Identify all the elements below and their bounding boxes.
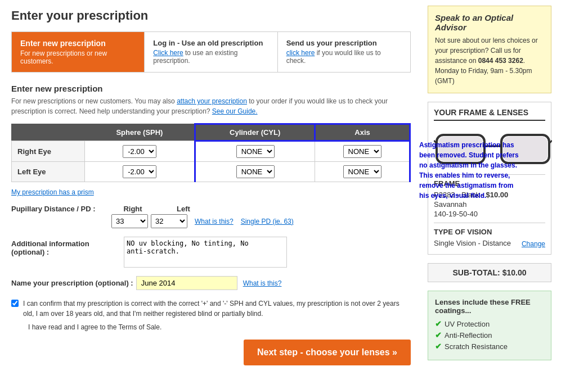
- advisor-box: Speak to an Optical Advisor Not sure abo…: [428, 6, 551, 93]
- left-eye-sph: -2.00 -1.75 -1.50 -2.25: [85, 162, 195, 182]
- option-login-desc: Click here to use an existing prescripti…: [153, 49, 268, 65]
- click-here-login[interactable]: Click here: [153, 49, 183, 57]
- left-eye-label: Left Eye: [12, 162, 85, 182]
- pd-label: Pupillary Distance / PD :: [11, 205, 107, 213]
- coating-scratch: ✔ Scratch Resistance: [435, 342, 544, 351]
- vision-value: Single Vision - Distance: [434, 239, 511, 247]
- coating-uv-label: UV Protection: [445, 320, 490, 328]
- col-header-axis: Axis: [315, 124, 410, 141]
- coating-scratch-label: Scratch Resistance: [445, 342, 508, 351]
- option-new-prescription[interactable]: Enter new prescription For new prescript…: [12, 32, 145, 72]
- advisor-text: Not sure about our lens choices or your …: [435, 35, 544, 86]
- pd-left-select[interactable]: 32 30 31 33 34: [151, 214, 187, 228]
- pd-single-link[interactable]: Single PD (ie. 63): [241, 218, 294, 225]
- right-eye-axis-select[interactable]: NONE 10 20: [343, 145, 381, 158]
- option-login-title: Log in - Use an old prescription: [153, 39, 268, 47]
- change-link[interactable]: Change: [522, 240, 545, 248]
- free-coatings-title: Lenses include these FREE coatings...: [435, 298, 544, 315]
- coating-ar-label: Anti-Reflection: [445, 331, 492, 340]
- terms-text: I have read and I agree to the Terms of …: [28, 323, 411, 331]
- option-login[interactable]: Log in - Use an old prescription Click h…: [145, 32, 277, 72]
- left-eye-cyl: NONE -0.25 -0.50: [195, 162, 315, 182]
- pd-right-label: Right: [116, 205, 150, 213]
- option-new-title: Enter new prescription: [20, 39, 136, 48]
- option-send[interactable]: Send us your prescription click here if …: [278, 32, 410, 72]
- left-eye-axis: NONE 10 20: [315, 162, 410, 182]
- name-rx-what-is-this[interactable]: What is this?: [243, 279, 282, 287]
- next-btn-wrapper: Next step - choose your lenses »: [11, 340, 411, 365]
- astigmatism-note: Astigmatism prescription has been remove…: [419, 140, 520, 201]
- right-eye-sph-select[interactable]: -2.00 -1.75 -1.50 -2.25: [123, 145, 156, 158]
- attach-prescription-link[interactable]: attach your prescription: [177, 97, 247, 105]
- right-eye-cyl-select[interactable]: NONE -0.25 -0.50: [236, 145, 275, 158]
- pd-what-is-this-link[interactable]: What is this?: [195, 218, 234, 225]
- page-title: Enter your prescription: [11, 8, 411, 23]
- subtotal-bar: SUB-TOTAL: $10.00: [428, 263, 551, 282]
- prescription-table: Sphere (SPH) Cylinder (CYL) Axis Right E…: [11, 123, 411, 182]
- check-scratch-icon: ✔: [435, 342, 442, 351]
- section-title: Enter new prescription: [11, 84, 411, 93]
- next-step-button[interactable]: Next step - choose your lenses »: [244, 340, 411, 365]
- vision-section-title: TYPE OF VISION: [434, 228, 545, 236]
- prescription-table-wrapper: Sphere (SPH) Cylinder (CYL) Axis Right E…: [11, 123, 411, 182]
- additional-label: Additional information (optional) :: [11, 237, 124, 256]
- section-desc: For new prescriptions or new customers. …: [11, 96, 411, 116]
- confirm-section: I can confirm that my prescription is co…: [11, 298, 411, 331]
- confirm-row: I can confirm that my prescription is co…: [11, 298, 411, 319]
- right-eye-cyl: NONE -0.25 -0.50: [195, 141, 315, 162]
- option-send-title: Send us your prescription: [286, 39, 402, 47]
- left-eye-axis-select[interactable]: NONE 10 20: [343, 165, 381, 178]
- left-eye-sph-select[interactable]: -2.00 -1.75 -1.50 -2.25: [123, 165, 156, 178]
- additional-textarea[interactable]: NO uv blocking, No tinting, No anti-scra…: [124, 237, 287, 268]
- col-header-sph: Sphere (SPH): [85, 124, 195, 141]
- options-bar: Enter new prescription For new prescript…: [11, 31, 411, 73]
- col-header-cyl: Cylinder (CYL): [195, 124, 315, 141]
- right-eye-label: Right Eye: [12, 141, 85, 162]
- frame-divider-2: [434, 223, 545, 223]
- see-guide-link[interactable]: See our Guide.: [212, 107, 258, 115]
- prism-link[interactable]: My prescription has a prism: [11, 188, 94, 196]
- confirm-checkbox[interactable]: [11, 300, 19, 307]
- free-coatings-box: Lenses include these FREE coatings... ✔ …: [428, 291, 551, 360]
- name-rx-label: Name your prescription (optional) :: [11, 279, 133, 287]
- pd-right-select[interactable]: 33 30 31 32 34: [111, 214, 148, 228]
- pd-section: Pupillary Distance / PD : Right Left 33 …: [11, 205, 411, 228]
- advisor-title: Speak to an Optical Advisor: [435, 13, 544, 32]
- advisor-hours: Monday to Friday, 9am - 5.30pm (GMT): [435, 67, 532, 85]
- right-eye-sph: -2.00 -1.75 -1.50 -2.25: [85, 141, 195, 162]
- option-new-desc: For new prescriptions or new customers.: [20, 49, 136, 65]
- coating-uv: ✔ UV Protection: [435, 319, 544, 328]
- check-uv-icon: ✔: [435, 319, 442, 328]
- pd-left-label: Left: [167, 205, 200, 213]
- click-here-send[interactable]: click here: [286, 49, 315, 57]
- right-eye-row: Right Eye -2.00 -1.75 -1.50 -2.25 NO: [12, 141, 410, 162]
- name-rx-input[interactable]: [136, 276, 237, 290]
- confirm-text: I can confirm that my prescription is co…: [23, 298, 411, 319]
- coating-ar: ✔ Anti-Reflection: [435, 331, 544, 340]
- col-header-eye: [12, 124, 85, 141]
- check-ar-icon: ✔: [435, 331, 442, 340]
- frame-lenses-title: YOUR FRAME & LENSES: [434, 108, 545, 121]
- frame-name: Savannah: [434, 200, 545, 209]
- option-send-desc: click here if you would like us to check…: [286, 49, 402, 65]
- left-eye-row: Left Eye -2.00 -1.75 -1.50 -2.25 NON: [12, 162, 410, 182]
- name-rx-row: Name your prescription (optional) : What…: [11, 276, 411, 290]
- advisor-phone: 0844 453 3262: [478, 57, 523, 65]
- left-eye-cyl-select[interactable]: NONE -0.25 -0.50: [236, 165, 275, 178]
- right-eye-axis: NONE 10 20: [315, 141, 410, 162]
- frame-dims: 140-19-50-40: [434, 210, 545, 218]
- additional-row: Additional information (optional) : NO u…: [11, 237, 411, 268]
